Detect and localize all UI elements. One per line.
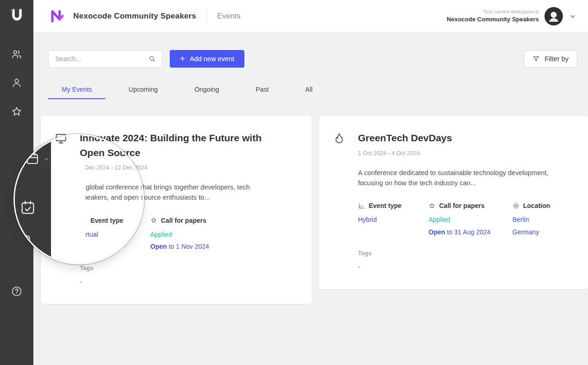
workspace-name: Nexocode Community Speakers	[447, 16, 539, 23]
header-workspace-area: Your current workspace is Nexocode Commu…	[447, 7, 577, 25]
search-icon[interactable]	[148, 55, 156, 63]
tab-my-events[interactable]: My Events	[48, 80, 105, 99]
event-type-col: Event type Hybrid	[358, 202, 421, 237]
filter-by-label: Filter by	[544, 55, 569, 63]
star-icon	[428, 202, 435, 209]
cfp-open-until: Open to 1 Nov 2024	[150, 242, 227, 251]
tab-upcoming[interactable]: Upcoming	[115, 80, 171, 99]
filter-by-button[interactable]: Filter by	[524, 50, 577, 68]
event-meta-row: Event type Hybrid Call for papers Applie…	[358, 202, 574, 237]
section-title: Events	[217, 12, 240, 20]
app-header: Nexocode Community Speakers Events Your …	[33, 0, 588, 32]
event-description: A conference dedicated to sustainable te…	[358, 168, 550, 189]
search-input[interactable]	[54, 55, 148, 63]
event-tabs: My Events Upcoming Ongoing Past All	[48, 80, 577, 99]
location-city: Berlin	[512, 215, 550, 224]
workspace-hint: Your current workspace is	[447, 9, 539, 15]
location-country: Germany	[512, 227, 550, 237]
tab-ongoing[interactable]: Ongoing	[181, 80, 232, 99]
app-title: Nexocode Community Speakers	[73, 12, 196, 21]
cfp-status: Applied	[150, 230, 227, 239]
calendar-collapse-toggle[interactable]	[43, 156, 50, 163]
star-icon	[150, 217, 157, 224]
events-page: Nexocode Community Speakers Events Your …	[0, 0, 588, 365]
location-col: Location Berlin Germany	[512, 202, 550, 237]
sidebar-item-help[interactable]	[11, 285, 23, 297]
event-card-body: GreenTech DevDays 1 Oct 2024 - 4 Oct 202…	[358, 131, 574, 271]
magnified-card-area	[51, 163, 85, 246]
cfp-open-until: Open to 31 Aug 2024	[428, 227, 505, 237]
chevron-down-icon	[569, 12, 577, 20]
help-icon	[11, 285, 23, 297]
event-type-label: Event type	[358, 202, 421, 209]
event-title: GreenTech DevDays	[358, 131, 557, 145]
tags-value: -	[358, 263, 574, 271]
add-new-event-button[interactable]: + Add new event	[170, 50, 244, 68]
sidebar-item-my-events[interactable]	[19, 199, 36, 216]
filter-funnel-icon	[532, 55, 540, 63]
magnifier-lens-overlay	[15, 135, 143, 263]
tags-label: Tags	[80, 264, 298, 271]
toolbar: + Add new event Filter by	[48, 50, 577, 68]
nexocode-logo-icon	[48, 7, 67, 25]
flame-icon	[333, 132, 345, 145]
sidebar-item-profile[interactable]	[11, 77, 23, 89]
workspace-text: Your current workspace is Nexocode Commu…	[447, 9, 539, 23]
avatar[interactable]	[544, 7, 563, 25]
call-for-papers-label: Call for papers	[428, 202, 505, 209]
add-new-event-label: Add new event	[190, 55, 234, 63]
chevron-up-icon	[43, 156, 50, 163]
calendar-check-icon	[19, 199, 36, 216]
call-for-papers-label: Call for papers	[150, 217, 227, 224]
cfp-status: Applied	[428, 215, 505, 224]
people-icon	[11, 48, 23, 60]
call-for-papers-col: Call for papers Applied Open to 1 Nov 20…	[150, 217, 227, 252]
location-label: Location	[512, 202, 550, 209]
call-for-papers-col: Call for papers Applied Open to 31 Aug 2…	[428, 202, 505, 237]
star-icon	[11, 106, 23, 118]
tags-label: Tags	[358, 250, 574, 257]
tab-all[interactable]: All	[292, 80, 326, 99]
plus-icon: +	[180, 54, 185, 63]
header-divider	[206, 10, 207, 22]
event-type-value: Hybrid	[358, 215, 421, 224]
event-card-greentech-devdays[interactable]: GreenTech DevDays 1 Oct 2024 - 4 Oct 202…	[319, 116, 588, 289]
workspace-menu-toggle[interactable]	[569, 12, 577, 20]
sidebar-item-favorites[interactable]	[11, 106, 23, 118]
person-icon	[11, 77, 23, 89]
event-dates: 1 Oct 2024 - 4 Oct 2024	[358, 150, 574, 157]
search-box	[48, 50, 162, 68]
event-type-icon-col	[333, 131, 358, 271]
chart-icon	[358, 202, 365, 209]
tab-past[interactable]: Past	[242, 80, 282, 99]
location-icon	[512, 202, 519, 209]
magnifier-lens-content	[15, 135, 143, 263]
tags-value: -	[80, 278, 298, 285]
sidebar-item-community[interactable]	[11, 48, 23, 60]
workspace-logo-icon[interactable]	[7, 6, 26, 24]
